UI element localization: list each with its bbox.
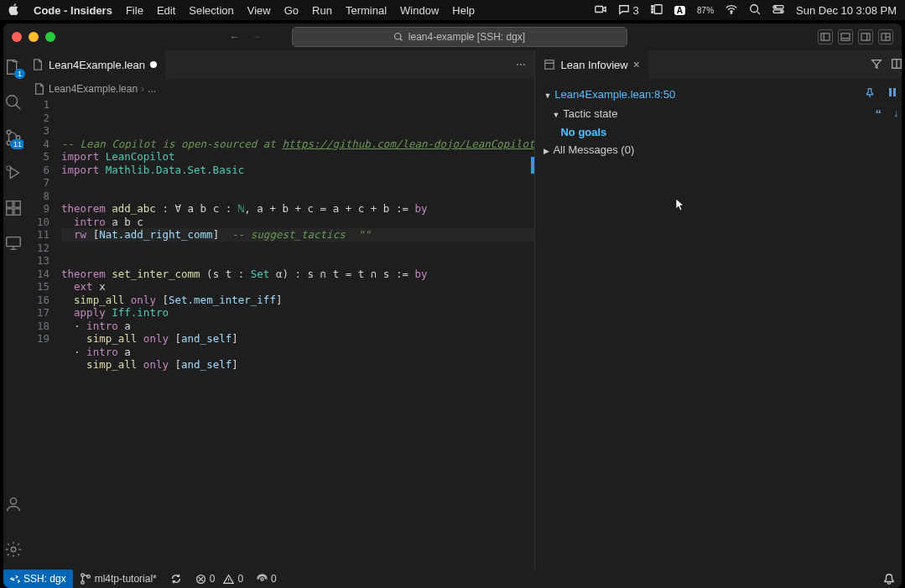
split-editor-icon[interactable] xyxy=(891,58,902,72)
preview-icon xyxy=(544,59,555,70)
layout-sidebar-left-icon[interactable] xyxy=(818,29,833,44)
svg-rect-16 xyxy=(861,34,870,40)
settings-gear-icon[interactable] xyxy=(3,539,23,559)
layout-customize-icon[interactable] xyxy=(878,29,893,44)
svg-rect-33 xyxy=(545,60,554,70)
menu-window[interactable]: Window xyxy=(400,4,439,17)
close-icon[interactable]: × xyxy=(633,58,640,71)
svg-rect-27 xyxy=(7,209,13,215)
file-icon xyxy=(34,83,45,95)
app-name[interactable]: Code - Insiders xyxy=(34,4,112,17)
git-branch[interactable]: ml4tp-tutorial* xyxy=(73,573,164,585)
svg-point-8 xyxy=(774,6,777,8)
svg-point-6 xyxy=(751,4,758,12)
menu-view[interactable]: View xyxy=(247,4,271,17)
apple-icon[interactable] xyxy=(8,3,20,18)
svg-rect-4 xyxy=(652,11,653,13)
arrow-down-icon[interactable]: ↓ xyxy=(893,107,899,121)
branch-icon xyxy=(80,573,91,585)
pin-icon[interactable] xyxy=(864,87,876,101)
svg-rect-0 xyxy=(595,6,602,12)
input-badge-icon[interactable]: A xyxy=(674,6,685,15)
lean-infoview: Lean4Example.lean:8:50 Tactic state “ ↓ xyxy=(535,80,902,570)
editor-pane: Lean4Example.lean ⋯ Lean4Example.lean › … xyxy=(23,50,535,570)
menu-help[interactable]: Help xyxy=(452,4,475,17)
goals-text: No goals xyxy=(560,126,606,138)
file-icon xyxy=(32,59,44,70)
svg-rect-30 xyxy=(7,237,21,247)
minimap-indicator xyxy=(531,157,534,174)
remote-indicator[interactable]: SSH: dgx xyxy=(3,570,73,588)
debug-icon[interactable] xyxy=(3,163,23,183)
account-icon[interactable] xyxy=(3,494,23,514)
menu-selection[interactable]: Selection xyxy=(189,4,233,17)
remote-icon xyxy=(10,574,20,584)
chat-status-icon[interactable]: 3 xyxy=(618,4,639,17)
ports-indicator[interactable]: 0 xyxy=(250,573,283,585)
stage-manager-icon[interactable] xyxy=(651,3,663,18)
layout-panel-icon[interactable] xyxy=(838,29,853,44)
svg-point-45 xyxy=(261,577,263,580)
menu-terminal[interactable]: Terminal xyxy=(346,4,387,17)
svg-rect-37 xyxy=(889,88,892,96)
minimize-window-button[interactable] xyxy=(29,32,39,42)
svg-rect-28 xyxy=(14,209,20,215)
svg-rect-12 xyxy=(821,34,830,40)
menu-run[interactable]: Run xyxy=(312,4,332,17)
ports-icon xyxy=(257,574,268,585)
error-icon xyxy=(195,574,206,585)
traffic-lights xyxy=(12,32,55,42)
spotlight-icon[interactable] xyxy=(749,3,761,18)
sync-button[interactable] xyxy=(164,573,189,585)
modified-dot-icon xyxy=(150,61,157,68)
all-messages-header[interactable]: All Messages (0) xyxy=(544,143,634,156)
search-activity-icon[interactable] xyxy=(3,92,23,112)
tab-more-icon[interactable]: ⋯ xyxy=(516,59,526,70)
wifi-icon[interactable] xyxy=(726,3,737,18)
filter-icon[interactable] xyxy=(871,58,882,72)
breadcrumb[interactable]: Lean4Example.lean › ... xyxy=(23,80,534,98)
svg-rect-2 xyxy=(652,5,653,7)
location-header[interactable]: Lean4Example.lean:8:50 xyxy=(544,88,675,101)
quote-icon[interactable]: “ xyxy=(875,107,882,121)
svg-point-11 xyxy=(394,34,401,40)
macos-menubar: Code - Insiders File Edit Selection View… xyxy=(0,0,905,20)
main-area: 1 11 Lean4Example.lean ⋯ xyxy=(3,50,902,570)
svg-rect-38 xyxy=(893,88,896,96)
tab-lean4example[interactable]: Lean4Example.lean xyxy=(23,50,166,80)
extensions-icon[interactable] xyxy=(3,198,23,218)
source-control-icon[interactable]: 11 xyxy=(3,127,23,148)
menu-go[interactable]: Go xyxy=(284,4,299,17)
code-editor[interactable]: 12345678910111213141516171819 -- Lean Co… xyxy=(23,98,534,570)
infoview-tabs: Lean Infoview × ⋯ xyxy=(535,50,902,80)
notifications-icon[interactable] xyxy=(876,573,902,585)
nav-back-icon[interactable]: ← xyxy=(230,31,240,43)
svg-point-32 xyxy=(11,547,16,552)
battery-icon[interactable]: 87% xyxy=(697,6,714,15)
command-center[interactable]: lean4-example [SSH: dgx] xyxy=(292,27,627,47)
remote-explorer-icon[interactable] xyxy=(3,233,23,253)
svg-point-31 xyxy=(10,498,16,504)
nav-forward-icon[interactable]: → xyxy=(252,31,262,43)
svg-point-5 xyxy=(731,12,731,13)
titlebar: ← → lean4-example [SSH: dgx] xyxy=(3,23,902,50)
menu-file[interactable]: File xyxy=(126,4,143,17)
layout-sidebar-right-icon[interactable] xyxy=(858,29,873,44)
svg-point-22 xyxy=(7,130,11,134)
pause-icon[interactable] xyxy=(887,87,897,101)
control-center-icon[interactable] xyxy=(772,3,784,18)
close-window-button[interactable] xyxy=(12,32,22,42)
menu-edit[interactable]: Edit xyxy=(157,4,175,17)
camera-icon[interactable] xyxy=(595,3,606,18)
tab-lean-infoview[interactable]: Lean Infoview × xyxy=(535,50,648,80)
svg-rect-1 xyxy=(654,4,662,13)
clock[interactable]: Sun Dec 10 3:08 PM xyxy=(796,4,897,17)
svg-point-21 xyxy=(7,96,18,107)
maximize-window-button[interactable] xyxy=(45,32,55,42)
editor-tabs: Lean4Example.lean ⋯ xyxy=(23,50,534,80)
tactic-state-header[interactable]: Tactic state xyxy=(552,107,617,120)
warning-icon xyxy=(223,574,234,585)
code-lines[interactable]: -- Lean Copilot is open-sourced at https… xyxy=(61,98,534,570)
problems-indicator[interactable]: 0 0 xyxy=(189,573,250,585)
explorer-icon[interactable]: 1 xyxy=(3,57,23,77)
